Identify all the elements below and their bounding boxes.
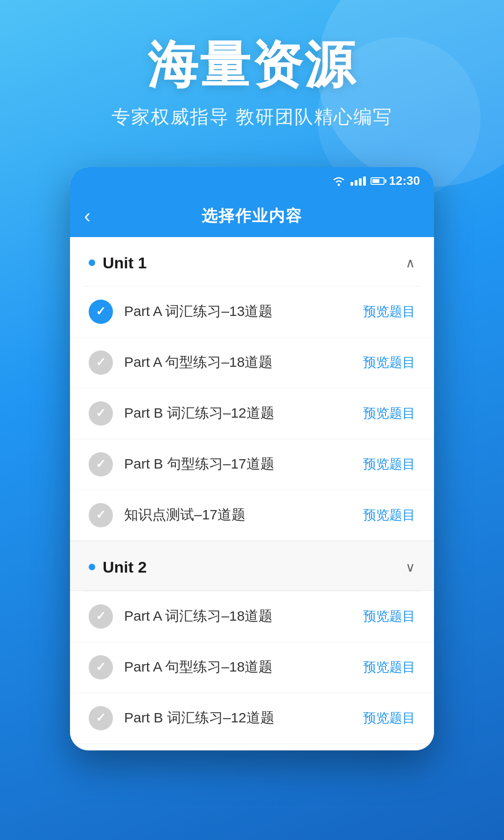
checkbox-u1e1[interactable]: ✓: [89, 300, 113, 324]
checkmark-icon: ✓: [96, 406, 106, 420]
checkbox-u1e5[interactable]: ✓: [89, 503, 113, 527]
hero-section: 海量资源 专家权威指导 教研团队精心编写: [0, 0, 504, 153]
phone-wrapper: 12:30 ‹ 选择作业内容 Unit 1 ∧: [0, 167, 504, 750]
status-time: 12:30: [389, 174, 420, 188]
exercise-item[interactable]: ✓ Part A 词汇练习–18道题 预览题目: [70, 591, 434, 642]
checkmark-icon: ✓: [96, 660, 106, 674]
checkmark-icon: ✓: [96, 355, 106, 370]
exercise-name-u2e3: Part B 词汇练习–12道题: [124, 708, 352, 728]
content-area: Unit 1 ∧ ✓ Part A 词汇练习–13道题 预览题目 ✓: [70, 237, 434, 750]
exercise-name-u1e2: Part A 句型练习–18道题: [124, 353, 352, 372]
exercise-item[interactable]: ✓ Part B 词汇练习–12道题 预览题目: [70, 388, 434, 439]
preview-link-u1e1[interactable]: 预览题目: [363, 303, 415, 321]
status-icons: 12:30: [332, 174, 420, 188]
phone-mockup: 12:30 ‹ 选择作业内容 Unit 1 ∧: [70, 167, 434, 750]
unit2-label: Unit 2: [89, 558, 147, 576]
preview-link-u2e3[interactable]: 预览题目: [363, 709, 415, 727]
status-bar: 12:30: [70, 167, 434, 195]
preview-link-u1e4[interactable]: 预览题目: [363, 455, 415, 473]
signal-icon: [350, 176, 366, 186]
unit2-exercises: ✓ Part A 词汇练习–18道题 预览题目 ✓ Part A 句型练习–18…: [70, 591, 434, 744]
exercise-item[interactable]: ✓ 知识点测试–17道题 预览题目: [70, 490, 434, 541]
exercise-name-u1e4: Part B 句型练习–17道题: [124, 455, 352, 474]
checkmark-icon: ✓: [96, 609, 106, 623]
checkbox-u1e3[interactable]: ✓: [89, 401, 113, 426]
exercise-item[interactable]: ✓ Part A 句型练习–18道题 预览题目: [70, 642, 434, 693]
hero-title: 海量资源: [0, 37, 504, 93]
unit1-chevron[interactable]: ∧: [406, 255, 415, 271]
unit2-dot: [89, 564, 95, 570]
checkbox-u1e2[interactable]: ✓: [89, 350, 113, 375]
exercise-name-u1e5: 知识点测试–17道题: [124, 505, 352, 525]
exercise-name-u2e2: Part A 句型练习–18道题: [124, 658, 352, 677]
back-button[interactable]: ‹: [84, 206, 91, 226]
hero-subtitle: 专家权威指导 教研团队精心编写: [0, 104, 504, 130]
checkbox-u2e3[interactable]: ✓: [89, 706, 113, 730]
unit1-header[interactable]: Unit 1 ∧: [70, 237, 434, 286]
header-title: 选择作业内容: [202, 205, 302, 227]
checkmark-icon: ✓: [96, 457, 106, 471]
checkbox-u1e4[interactable]: ✓: [89, 452, 113, 476]
checkbox-u2e2[interactable]: ✓: [89, 655, 113, 679]
unit2-header[interactable]: Unit 2 ∨: [70, 541, 434, 591]
preview-link-u1e5[interactable]: 预览题目: [363, 506, 415, 524]
exercise-item[interactable]: ✓ Part B 词汇练习–12道题 预览题目: [70, 693, 434, 744]
unit1-label: Unit 1: [89, 254, 147, 272]
exercise-name-u1e1: Part A 词汇练习–13道题: [124, 302, 352, 321]
checkmark-icon: ✓: [96, 508, 106, 522]
exercise-name-u1e3: Part B 词汇练习–12道题: [124, 404, 352, 423]
checkbox-u2e1[interactable]: ✓: [89, 604, 113, 629]
battery-icon: [371, 177, 385, 185]
exercise-name-u2e1: Part A 词汇练习–18道题: [124, 607, 352, 626]
svg-point-0: [337, 183, 340, 186]
unit1-exercises: ✓ Part A 词汇练习–13道题 预览题目 ✓ Part A 句型练习–18…: [70, 287, 434, 541]
checkmark-icon: ✓: [96, 304, 106, 319]
preview-link-u1e3[interactable]: 预览题目: [363, 405, 415, 422]
preview-link-u2e2[interactable]: 预览题目: [363, 658, 415, 676]
preview-link-u2e1[interactable]: 预览题目: [363, 608, 415, 625]
exercise-item[interactable]: ✓ Part A 词汇练习–13道题 预览题目: [70, 287, 434, 337]
unit2-chevron[interactable]: ∨: [406, 560, 415, 575]
app-header: ‹ 选择作业内容: [70, 195, 434, 237]
wifi-icon: [332, 176, 346, 186]
checkmark-icon: ✓: [96, 711, 106, 725]
unit2-title: Unit 2: [103, 558, 147, 576]
unit1-title: Unit 1: [103, 254, 147, 272]
preview-link-u1e2[interactable]: 预览题目: [363, 354, 415, 371]
exercise-item[interactable]: ✓ Part A 句型练习–18道题 预览题目: [70, 337, 434, 388]
unit1-dot: [89, 259, 95, 266]
exercise-item[interactable]: ✓ Part B 句型练习–17道题 预览题目: [70, 439, 434, 490]
